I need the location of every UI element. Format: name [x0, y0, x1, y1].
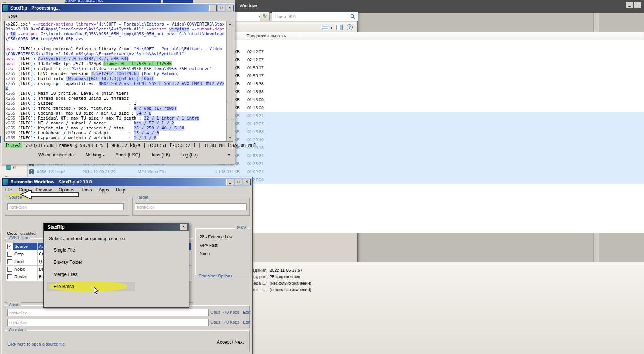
maximize-button[interactable]: □ [218, 5, 225, 11]
sidebar-item-label: Я [13, 165, 16, 169]
checkbox-unchecked[interactable] [7, 259, 12, 264]
sidebar-item-Я[interactable]: Я [0, 164, 27, 171]
minimize-button[interactable]: _ [209, 5, 217, 11]
dialog-titlebar[interactable]: StaxRip × [44, 223, 189, 231]
menu-file[interactable]: File [5, 187, 12, 193]
file-duration: 01:23:21 [244, 160, 301, 168]
audio-codec-label: Opus ~70 Kbps [210, 320, 239, 324]
option-single-file[interactable]: Single File [54, 247, 189, 254]
search-input[interactable]: Поиск: 956 [272, 12, 358, 21]
filter-category: Source [13, 243, 38, 250]
checkbox-unchecked[interactable] [7, 267, 12, 272]
minimize-icon[interactable]: _ [626, 2, 633, 8]
background-window-fragment: H:\SOFT - Portabl Editors - Vide [65, 0, 161, 3]
abort-button[interactable]: Abort (ESC) [115, 152, 140, 158]
mouse-cursor-icon [93, 286, 99, 295]
checkbox-cell [6, 250, 13, 258]
audio-input-1[interactable]: right-click [7, 309, 209, 316]
chevron-down-icon: ▾ [331, 26, 332, 30]
search-placeholder: Поиск: 956 [275, 14, 296, 19]
console-text: avs+ [5, 56, 16, 61]
file-size: 1 148 011 КБ [180, 168, 244, 176]
close-button[interactable]: × [243, 179, 251, 185]
console-text: x265 [5, 101, 16, 106]
menu-tools[interactable]: Tools [81, 187, 92, 193]
file-duration: 02:12:07 [244, 56, 301, 64]
open-source-link[interactable]: Click here to open a source file. [7, 342, 66, 346]
console-text: [INFO]: Coding QT: max CU size / min CU … [16, 111, 137, 116]
when-finished-dropdown[interactable]: Nothing▾ [86, 152, 105, 158]
toolbar-right-icons: ▾ ? [322, 24, 353, 30]
audio-codec-label: Opus ~70 Kbps [210, 310, 239, 314]
chevron-down-icon[interactable]: ▾ [228, 152, 230, 158]
console-text [5, 41, 8, 46]
details-value: (несколько значений) [270, 280, 311, 287]
console-text: veryfast [169, 27, 189, 32]
audio-edit-link[interactable]: Edit [243, 320, 250, 324]
console-text: x265 [5, 126, 16, 131]
dialog-title: StaxRip [48, 225, 180, 230]
scroll-up-icon[interactable]: ▲ [227, 21, 233, 27]
target-caption: Target [135, 195, 150, 199]
audio-edit-link[interactable]: Edit [243, 310, 250, 314]
column-header-duration[interactable]: Продолжительность [244, 32, 301, 40]
audio-input-2[interactable]: right-click [7, 319, 209, 326]
checkbox-unchecked[interactable] [7, 252, 12, 257]
preview-pane-icon[interactable] [336, 25, 343, 30]
console-text: [INFO]: Keyint min / max / scenecut / bi… [16, 126, 134, 131]
console-text: 4 / wpp (17 rows) [134, 106, 177, 111]
console-line: x265 [INFO]: using cpu capabilities: MMX… [5, 81, 226, 91]
accept-next-button[interactable]: Accept / Next [217, 340, 244, 345]
option-file-batch[interactable]: File Batch [54, 283, 189, 290]
close-button[interactable]: × [180, 224, 188, 230]
audio-placeholder: right-click [9, 311, 27, 315]
close-button[interactable]: × [226, 5, 234, 11]
processing-titlebar[interactable]: StaxRip - Processing... _ □ × [2, 4, 235, 12]
option-merge-files[interactable]: Merge Files [54, 271, 189, 278]
maximize-icon[interactable]: □ [634, 2, 642, 8]
checkbox-checked[interactable]: ✓ [7, 244, 12, 249]
console-text: [INFO]: b-pyramid / weightp / weightb : [16, 136, 134, 140]
maximize-button[interactable]: □ [235, 179, 242, 185]
target-input[interactable]: right-click [135, 203, 247, 210]
console-line: avs+ [INFO]: 1920x1080 fps 25/1 i420p8 f… [5, 61, 226, 66]
scrollbar[interactable]: ▲ ▼ [226, 21, 233, 141]
log-button[interactable]: Log (F7) [181, 152, 198, 158]
help-icon[interactable]: ? [347, 24, 353, 30]
filter-category: Noise [13, 266, 38, 273]
filter-category: Crop [13, 250, 38, 258]
preset-value[interactable]: Very Fast [200, 243, 217, 247]
audio-track-2: right-click Opus ~70 Kbps Edit [7, 319, 247, 326]
container-options-link[interactable]: Container Options [199, 274, 232, 278]
source-input[interactable]: right-click [7, 203, 124, 210]
workflow-titlebar[interactable]: Automatic Workflow - StaxRip v2.10.0 _ □… [2, 178, 252, 186]
encode-status-line: [5.6%] 6570/117536 Frames @ 58.98 FPS | … [5, 143, 256, 148]
console-text: x265 [5, 91, 16, 96]
console-text: "G:\intuit\download\956\0956_05H_temp\09… [71, 66, 212, 71]
option-bluray-folder[interactable]: Blu-ray Folder [54, 259, 189, 266]
console-text: x265 [5, 131, 16, 136]
change-view-button[interactable]: ▾ [322, 25, 332, 30]
jobs-button[interactable]: Jobs (F6) [151, 152, 170, 158]
console-lines: \x265.exe" --reader-options library="H:\… [5, 22, 226, 140]
background-window-fragment [163, 0, 193, 3]
console-text: x265 [5, 81, 16, 86]
file-icon-cell [28, 169, 37, 174]
file-name: 0956_12H.mp4 [37, 168, 83, 176]
console-line: x265 [INFO]: Coding QT: max CU size / mi… [5, 111, 226, 116]
scroll-down-icon[interactable]: ▼ [227, 135, 233, 141]
minimize-button[interactable]: _ [226, 179, 234, 185]
refresh-button[interactable]: ↻ [260, 12, 270, 21]
file-row-0956_12H.mp4[interactable]: 0956_12H.mp42014-12-09 21:20MP4 Video Fi… [28, 168, 644, 176]
quality-value[interactable]: 28 - Extreme Low [200, 234, 232, 239]
tune-value[interactable]: None [200, 251, 210, 256]
search-icon [350, 14, 355, 19]
console-output[interactable]: \x265.exe" --reader-options library="H:\… [4, 21, 233, 142]
checkbox-unchecked[interactable] [7, 274, 12, 279]
menu-apps[interactable]: Apps [99, 187, 109, 193]
console-text: x265 [5, 136, 16, 140]
source-placeholder: right-click [9, 205, 27, 209]
menu-help[interactable]: Help [116, 187, 126, 193]
scrollbar-thumb[interactable] [227, 103, 233, 120]
avs-filters-caption: AVS Filters [7, 235, 31, 240]
